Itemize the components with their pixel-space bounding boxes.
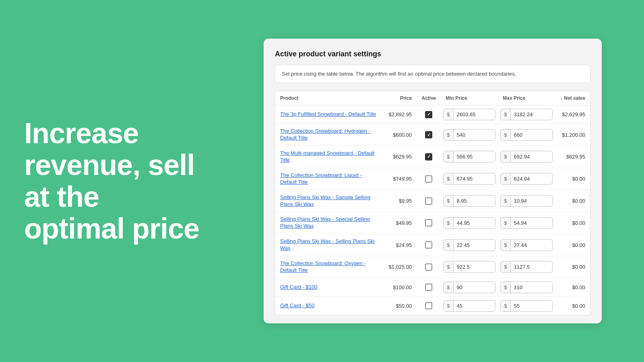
max-currency-symbol: $ — [501, 282, 510, 293]
min-price-input[interactable] — [454, 240, 486, 251]
active-checkbox[interactable] — [425, 175, 432, 183]
min-price-input[interactable] — [454, 282, 486, 293]
product-name-cell: Gift Card - $50 — [275, 296, 384, 315]
product-link[interactable]: Selling Plans Ski Wax - Selling Plans Sk… — [280, 238, 374, 251]
net-sales-cell: $0.00 — [555, 296, 590, 315]
min-price-cell: $ — [441, 212, 498, 234]
min-price-cell: $ — [441, 296, 498, 315]
max-currency-symbol: $ — [501, 300, 510, 311]
max-currency-symbol: $ — [501, 240, 510, 251]
active-checkbox[interactable] — [425, 284, 432, 291]
active-cell[interactable] — [417, 190, 441, 212]
min-price-cell: $ — [441, 168, 498, 190]
col-header-product: Product — [275, 91, 384, 105]
active-checkbox[interactable] — [425, 197, 432, 205]
col-header-min-price: Min Price — [441, 91, 498, 105]
active-cell[interactable] — [417, 124, 441, 146]
price-cell: $749.95 — [384, 168, 417, 190]
min-price-cell: $ — [441, 124, 498, 146]
active-cell[interactable] — [417, 278, 441, 296]
active-checkbox[interactable] — [425, 241, 432, 249]
net-sales-cell: $0.00 — [555, 234, 590, 256]
product-link[interactable]: The Multi-managed Snowboard - Default Ti… — [280, 150, 374, 163]
active-checkbox[interactable] — [425, 219, 432, 226]
max-price-cell: $ — [498, 234, 555, 256]
max-price-input[interactable] — [511, 261, 543, 272]
active-cell[interactable] — [417, 296, 441, 315]
max-price-input[interactable] — [511, 300, 543, 311]
card-title: Active product variant settings — [275, 50, 590, 58]
active-cell[interactable] — [417, 256, 441, 278]
active-checkbox[interactable] — [425, 131, 432, 138]
price-cell: $100.00 — [384, 278, 417, 296]
price-cell: $600.00 — [384, 124, 417, 146]
table-row: The Collection Snowboard: Hydrogen - Def… — [275, 124, 590, 146]
table-row: The Multi-managed Snowboard - Default Ti… — [275, 146, 590, 168]
active-cell[interactable] — [417, 146, 441, 168]
table-row: The Collection Snowboard: Liquid - Defau… — [275, 168, 590, 190]
product-link[interactable]: The Collection Snowboard: Liquid - Defau… — [280, 172, 361, 185]
min-price-cell: $ — [441, 234, 498, 256]
min-price-input[interactable] — [454, 109, 486, 120]
net-sales-cell: $1,200.00 — [555, 124, 590, 146]
max-currency-symbol: $ — [501, 173, 510, 184]
product-link[interactable]: The Collection Snowboard: Oxygen - Defau… — [280, 260, 365, 273]
product-link[interactable]: Selling Plans Ski Wax - Sample Selling P… — [280, 194, 370, 207]
max-price-input[interactable] — [511, 282, 543, 293]
max-currency-symbol: $ — [501, 195, 510, 206]
min-price-input[interactable] — [454, 130, 486, 140]
max-price-cell: $ — [498, 168, 555, 190]
min-price-input[interactable] — [454, 300, 486, 311]
min-price-input[interactable] — [454, 195, 486, 206]
min-price-input[interactable] — [454, 218, 486, 228]
min-currency-symbol: $ — [444, 240, 453, 251]
min-price-cell: $ — [441, 190, 498, 212]
max-price-cell: $ — [498, 278, 555, 296]
right-panel: Active product variant settings Set pric… — [229, 0, 644, 362]
product-link[interactable]: The 3p Fulfilled Snowboard - Default Tit… — [280, 111, 376, 117]
max-price-input[interactable] — [511, 173, 543, 184]
product-table-container: Product Price Active Min Price Max Price… — [275, 91, 590, 315]
min-currency-symbol: $ — [444, 109, 453, 120]
sort-icon: ↓ — [560, 95, 562, 101]
product-link[interactable]: Gift Card - $100 — [280, 284, 318, 290]
max-currency-symbol: $ — [501, 151, 510, 162]
table-row: Gift Card - $50$50.00$$$0.00 — [275, 296, 590, 315]
product-name-cell: Selling Plans Ski Wax - Special Selling … — [275, 212, 384, 234]
max-price-cell: $ — [498, 124, 555, 146]
price-cell: $9.95 — [384, 190, 417, 212]
product-link[interactable]: Gift Card - $50 — [280, 302, 314, 309]
active-cell[interactable] — [417, 168, 441, 190]
active-cell[interactable] — [417, 212, 441, 234]
min-currency-symbol: $ — [444, 218, 453, 228]
active-checkbox[interactable] — [425, 153, 432, 160]
product-link[interactable]: The Collection Snowboard: Hydrogen - Def… — [280, 128, 370, 141]
max-price-input[interactable] — [511, 130, 543, 140]
max-price-input[interactable] — [511, 109, 543, 120]
active-checkbox[interactable] — [425, 263, 432, 271]
price-cell: $49.95 — [384, 212, 417, 234]
col-header-net-sales: ↓ Net sales — [555, 91, 590, 105]
min-price-input[interactable] — [454, 261, 486, 272]
max-currency-symbol: $ — [501, 218, 510, 228]
active-checkbox[interactable] — [425, 302, 432, 309]
product-name-cell: The Collection Snowboard: Liquid - Defau… — [275, 168, 384, 190]
max-price-cell: $ — [498, 105, 555, 124]
min-price-input[interactable] — [454, 173, 486, 184]
price-cell: $24.95 — [384, 234, 417, 256]
table-row: The Collection Snowboard: Oxygen - Defau… — [275, 256, 590, 278]
active-cell[interactable] — [417, 234, 441, 256]
max-price-cell: $ — [498, 146, 555, 168]
max-price-input[interactable] — [511, 195, 543, 206]
product-link[interactable]: Selling Plans Ski Wax - Special Selling … — [280, 216, 370, 229]
min-currency-symbol: $ — [444, 195, 453, 206]
max-currency-symbol: $ — [501, 261, 510, 272]
active-checkbox[interactable] — [425, 111, 432, 118]
max-price-input[interactable] — [511, 218, 543, 228]
min-price-input[interactable] — [454, 151, 486, 162]
max-price-input[interactable] — [511, 240, 543, 251]
active-cell[interactable] — [417, 105, 441, 124]
net-sales-cell: $0.00 — [555, 256, 590, 278]
max-price-input[interactable] — [511, 151, 543, 162]
table-row: Gift Card - $100$100.00$$$0.00 — [275, 278, 590, 296]
